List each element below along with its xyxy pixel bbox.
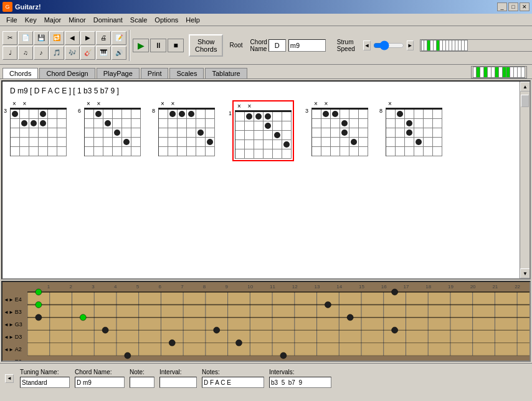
notes-input[interactable] — [202, 377, 264, 388]
tabs-piano-display — [472, 67, 526, 78]
tuning-input[interactable] — [20, 377, 70, 388]
chord-name-input[interactable] — [288, 39, 326, 52]
toolbar-btn-1[interactable]: ✂ — [2, 31, 17, 45]
chord-diagram-0[interactable]: × ×3 — [10, 100, 67, 161]
toolbar-btn-13[interactable]: 🎶 — [65, 46, 80, 60]
tabs-bar: Chords Chord Design PlayPage Print Scale… — [0, 65, 532, 79]
stop-button[interactable]: ■ — [168, 39, 184, 52]
chord-grid: × ×3× ×6× ×8× ×1× ×3×8 — [10, 100, 522, 161]
menu-minor[interactable]: Minor — [65, 15, 90, 25]
root-input[interactable] — [268, 39, 286, 52]
string-label-d3: D3 — [15, 334, 22, 340]
chord-name-label: Chord Name — [250, 39, 267, 52]
chord-diagram-3[interactable]: × ×1 — [232, 100, 294, 161]
tab-chord-design[interactable]: Chord Design — [39, 68, 95, 78]
window-controls[interactable]: _ □ ✕ — [497, 2, 530, 11]
chord-diagram-2[interactable]: × ×8 — [158, 100, 215, 161]
toolbar-btn-2[interactable]: 📄 — [18, 31, 33, 45]
notes-label: Notes: — [202, 369, 264, 375]
string-label-e4: E4 — [15, 296, 22, 303]
minimize-button[interactable]: _ — [497, 2, 507, 11]
bottom-scroll-btn[interactable]: ◄ — [5, 374, 14, 383]
intervals-input[interactable] — [269, 377, 331, 388]
interval-label: Interval: — [159, 369, 197, 375]
scroll-up-button[interactable]: ▲ — [520, 82, 530, 92]
strum-section: Strum Speed ◄ ► — [337, 39, 414, 52]
notes-field: Notes: — [202, 369, 264, 388]
chord-name-bottom-input[interactable] — [75, 377, 125, 388]
interval-input[interactable] — [159, 377, 197, 388]
menu-key[interactable]: Key — [21, 15, 40, 25]
chord-name-bottom-label: Chord Name: — [75, 369, 125, 375]
title-bar: G Guitarz! _ □ ✕ — [0, 0, 532, 14]
menu-file[interactable]: File — [2, 15, 21, 25]
tuning-field: Tuning Name: — [20, 369, 70, 388]
toolbar-btn-4[interactable]: 🔁 — [49, 31, 64, 45]
tab-tablature[interactable]: Tablature — [205, 68, 247, 78]
close-button[interactable]: ✕ — [520, 2, 530, 11]
chord-diagram-5[interactable]: ×8 — [386, 100, 442, 161]
chord-diagram-4[interactable]: × ×3 — [311, 100, 368, 161]
root-label: Root — [229, 42, 242, 49]
string-label-a2: A2 — [15, 346, 22, 352]
app-title: Guitarz! — [15, 3, 41, 11]
intervals-field: Intervals: — [269, 369, 331, 388]
bottom-bar: ◄ Tuning Name: Chord Name: Note: Interva… — [0, 363, 532, 393]
strum-label: Strum Speed — [337, 39, 361, 52]
tab-chords[interactable]: Chords — [2, 68, 38, 78]
menu-scale[interactable]: Scale — [126, 15, 151, 25]
maximize-button[interactable]: □ — [508, 2, 518, 11]
toolbar-btn-14[interactable]: 🎸 — [80, 46, 95, 60]
pause-button[interactable]: ⏸ — [150, 39, 166, 52]
main-scrollbar[interactable]: ▲ ▼ — [520, 82, 530, 278]
tab-print[interactable]: Print — [141, 68, 169, 78]
intervals-label: Intervals: — [269, 369, 331, 375]
interval-field: Interval: — [159, 369, 197, 388]
strum-right-button[interactable]: ► — [407, 40, 414, 50]
string-label-g3: G3 — [15, 321, 22, 328]
play-button[interactable]: ▶ — [133, 39, 149, 52]
string-scroll-d3[interactable]: ◄► — [4, 334, 14, 340]
toolbar-btn-16[interactable]: 🔊 — [112, 46, 126, 60]
toolbar-btn-3[interactable]: 💾 — [34, 31, 49, 45]
chord-name-bottom-field: Chord Name: — [75, 369, 125, 388]
string-label-b3: B3 — [15, 309, 22, 315]
scroll-down-button[interactable]: ▼ — [520, 268, 530, 278]
string-scroll-a2[interactable]: ◄► — [4, 347, 14, 352]
chord-diagram-1[interactable]: × ×6 — [84, 100, 141, 161]
root-section: Root Chord Name — [229, 39, 267, 52]
string-scroll-e4[interactable]: ◄► — [4, 297, 14, 303]
toolbar-btn-5[interactable]: ◀ — [65, 31, 80, 45]
note-input[interactable] — [130, 377, 154, 388]
toolbar-btn-7[interactable]: 🖨 — [96, 31, 111, 45]
chord-area: D m9 [ D F A C E ] [ 1 b3 5 b7 9 ] × ×3×… — [2, 82, 530, 166]
toolbar-piano-display: .pk-white { width: 7px; height: 18px; ba… — [421, 40, 532, 51]
menu-options[interactable]: Options — [151, 15, 182, 25]
string-scroll-b3[interactable]: ◄► — [4, 309, 14, 315]
note-label: Note: — [130, 369, 154, 375]
app-icon: G — [2, 2, 12, 12]
tab-scales[interactable]: Scales — [169, 68, 204, 78]
tab-playpage[interactable]: PlayPage — [97, 68, 140, 78]
toolbar-btn-11[interactable]: ♪ — [34, 46, 49, 60]
toolbar-btn-9[interactable]: ♩ — [2, 46, 17, 60]
chord-header: D m9 [ D F A C E ] [ 1 b3 5 b7 9 ] — [10, 87, 522, 95]
toolbar-btn-12[interactable]: 🎵 — [49, 46, 64, 60]
menu-dominant[interactable]: Dominant — [90, 15, 126, 25]
strum-left-button[interactable]: ◄ — [363, 40, 370, 50]
toolbar: ✂ 📄 💾 🔁 ◀ ▶ 🖨 📝 ♩ ♫ ♪ 🎵 🎶 🎸 🎹 🔊 ▶ ⏸ ■ Sh… — [0, 26, 532, 65]
menu-help[interactable]: Help — [182, 15, 204, 25]
menu-major[interactable]: Major — [40, 15, 65, 25]
note-field: Note: — [130, 369, 154, 388]
toolbar-btn-15[interactable]: 🎹 — [96, 46, 111, 60]
menu-bar: File Key Major Minor Dominant Scale Opti… — [0, 14, 532, 26]
show-chords-button[interactable]: Show Chords — [189, 34, 223, 57]
tuning-label: Tuning Name: — [20, 369, 70, 375]
toolbar-btn-8[interactable]: 📝 — [112, 31, 126, 45]
toolbar-btn-10[interactable]: ♫ — [18, 46, 33, 60]
string-scroll-e2[interactable]: ◄► — [4, 359, 14, 362]
toolbar-btn-6[interactable]: ▶ — [80, 31, 95, 45]
strum-slider[interactable] — [373, 40, 404, 50]
string-scroll-g3[interactable]: ◄► — [4, 322, 14, 328]
toolbar-separator-1 — [129, 30, 130, 61]
